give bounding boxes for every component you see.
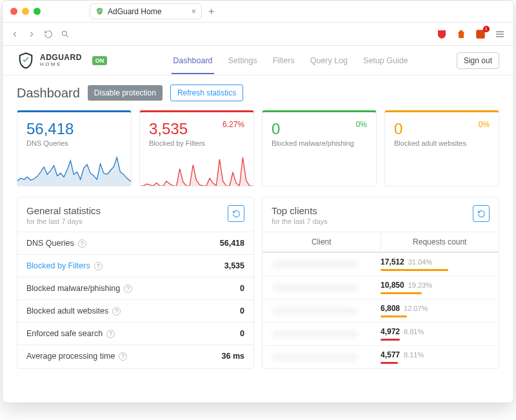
col-client: Client	[263, 232, 381, 252]
client-pct: 19.23%	[408, 281, 432, 289]
nav-filters[interactable]: Filters	[272, 47, 296, 74]
client-row[interactable]: 17,51231.04%	[263, 252, 499, 275]
nav-setup[interactable]: Setup Guide	[362, 47, 410, 74]
help-icon[interactable]: ?	[94, 262, 103, 270]
maximize-window-button[interactable]	[34, 8, 41, 15]
client-name-redacted	[272, 261, 359, 268]
dns-sparkline	[17, 155, 132, 186]
window-controls	[10, 8, 41, 15]
client-count: 4,577	[381, 350, 400, 359]
reload-button[interactable]	[44, 30, 53, 39]
card-pct: 0%	[356, 120, 367, 129]
minimize-window-button[interactable]	[22, 8, 29, 15]
svg-point-0	[62, 31, 66, 35]
clients-table-header: Client Requests count	[263, 232, 499, 252]
stat-value: 0	[240, 306, 244, 315]
stat-label: Enforced safe search	[26, 329, 103, 338]
col-requests: Requests count	[381, 232, 499, 252]
help-icon[interactable]: ?	[119, 352, 127, 361]
stat-value: 56,418	[220, 239, 244, 248]
adblock-extension-icon[interactable]: 1	[475, 28, 486, 40]
client-row[interactable]: 6,80812.07%	[263, 299, 499, 322]
close-window-button[interactable]	[10, 8, 17, 15]
card-blocked-adult[interactable]: 0% 0 Blocked adult websites	[384, 110, 499, 186]
client-pct: 12.07%	[404, 305, 428, 312]
stat-value: 0	[240, 329, 244, 338]
client-row[interactable]: 4,5778.11%	[263, 345, 499, 368]
client-count: 6,808	[381, 304, 400, 313]
adguard-logo-icon	[17, 52, 35, 70]
app-header: ADGUARD HOME ON Dashboard Settings Filte…	[3, 46, 513, 75]
card-pct: 0%	[479, 120, 490, 129]
stat-label: Average processing time	[26, 352, 115, 361]
help-icon[interactable]: ?	[106, 330, 115, 338]
blocked-sparkline	[140, 155, 254, 186]
card-label: Blocked adult websites	[394, 139, 490, 147]
card-blocked-malware[interactable]: 0% 0 Blocked malware/phishing	[262, 110, 377, 186]
client-pct: 8.11%	[404, 351, 424, 359]
stat-row-malware: Blocked malware/phishing?0	[17, 277, 253, 299]
client-name-redacted	[272, 307, 359, 315]
stat-row-blocked[interactable]: Blocked by Filters?3,535	[17, 254, 253, 277]
brand-sub: HOME	[40, 61, 82, 67]
forward-button[interactable]	[27, 30, 36, 39]
stat-row-safesearch: Enforced safe search?0	[17, 322, 253, 345]
client-row[interactable]: 10,85019.23%	[263, 275, 499, 299]
refresh-statistics-button[interactable]: Refresh statistics	[170, 85, 243, 101]
search-icon[interactable]	[61, 30, 70, 39]
refresh-clients-button[interactable]	[473, 205, 490, 222]
page-body: Dashboard Disable protection Refresh sta…	[3, 75, 513, 378]
client-pct: 31.04%	[408, 258, 432, 266]
new-tab-button[interactable]: +	[208, 6, 214, 17]
client-pct: 8.81%	[404, 328, 424, 335]
back-button[interactable]	[10, 30, 19, 39]
card-label: Blocked malware/phishing	[272, 139, 367, 147]
help-icon[interactable]: ?	[78, 239, 86, 248]
refresh-stats-button[interactable]	[228, 205, 244, 222]
help-icon[interactable]: ?	[124, 285, 132, 293]
nav-settings[interactable]: Settings	[227, 47, 259, 74]
card-dns-queries[interactable]: 56,418 DNS Queries	[17, 110, 132, 186]
stat-label: Blocked malware/phishing	[26, 284, 120, 293]
panel-top-clients: Top clients for the last 7 days Client R…	[262, 197, 499, 369]
browser-titlebar: AdGuard Home × +	[3, 1, 513, 23]
card-value: 0	[272, 120, 367, 138]
status-badge: ON	[92, 56, 108, 65]
stat-row-dns: DNS Queries?56,418	[17, 232, 253, 254]
browser-tab[interactable]: AdGuard Home ×	[90, 3, 202, 19]
close-tab-icon[interactable]: ×	[191, 6, 196, 16]
nav-dashboard[interactable]: Dashboard	[172, 47, 213, 74]
page-title: Dashboard	[17, 86, 80, 101]
stat-label: Blocked by Filters	[26, 261, 90, 270]
signout-button[interactable]: Sign out	[457, 52, 499, 69]
app-logo[interactable]: ADGUARD HOME ON	[17, 52, 107, 70]
trash-extension-icon[interactable]	[455, 28, 467, 40]
card-label: Blocked by Filters	[149, 139, 244, 147]
disable-protection-button[interactable]: Disable protection	[88, 85, 163, 101]
panel-title: General statistics	[26, 205, 101, 216]
client-count: 4,972	[381, 327, 400, 336]
ublock-extension-icon[interactable]	[436, 28, 448, 40]
help-icon[interactable]: ?	[112, 307, 121, 315]
client-name-redacted	[272, 284, 359, 292]
stat-value: 36 ms	[222, 352, 244, 361]
browser-menu-icon[interactable]	[494, 28, 506, 40]
stat-value: 0	[240, 284, 244, 293]
adguard-favicon-icon	[95, 7, 104, 15]
client-count: 10,850	[381, 281, 404, 290]
panel-title: Top clients	[272, 205, 328, 216]
card-value: 0	[394, 120, 490, 138]
card-label: DNS Queries	[26, 139, 122, 147]
client-name-redacted	[272, 354, 359, 361]
card-blocked-filters[interactable]: 6.27% 3,535 Blocked by Filters	[139, 110, 254, 186]
stat-label: Blocked adult websites	[26, 306, 108, 315]
nav-querylog[interactable]: Query Log	[309, 47, 349, 74]
panel-sub: for the last 7 days	[26, 217, 101, 225]
client-name-redacted	[272, 330, 359, 338]
extension-badge: 1	[483, 26, 490, 32]
client-count: 17,512	[381, 257, 404, 266]
client-row[interactable]: 4,9728.81%	[263, 322, 499, 345]
tab-title: AdGuard Home	[108, 7, 161, 16]
stat-row-adult: Blocked adult websites?0	[17, 299, 253, 322]
card-value: 56,418	[26, 120, 122, 138]
